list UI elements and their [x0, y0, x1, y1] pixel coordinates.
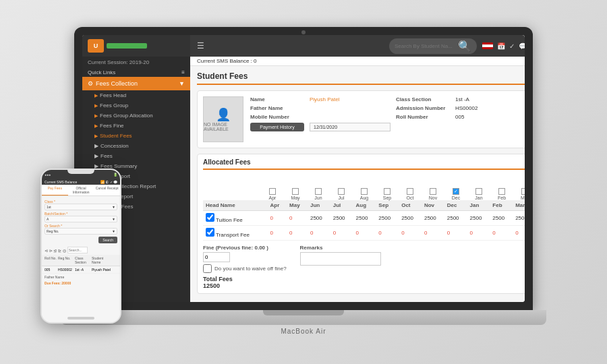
macbook-label: MacBook Air: [281, 328, 326, 335]
admission-value: HS00002: [455, 105, 509, 111]
col-jul: Jul: [330, 200, 353, 211]
sidebar-item-fees[interactable]: ▶ Fees: [82, 151, 190, 161]
sidebar-item-student-fees[interactable]: ▶ Student Fees: [82, 131, 190, 141]
sidebar-logo: U: [82, 35, 190, 57]
total-fees-label: Total Fees: [203, 276, 233, 282]
month-col-dec: ✓Dec: [445, 188, 467, 200]
col-nov: Nov: [422, 200, 444, 211]
fees-cell: 0: [467, 226, 490, 241]
arrow-icon: ▶: [94, 113, 98, 119]
sidebar-quick-links: Quick Links ≡: [82, 68, 190, 77]
person-icon: 👤: [216, 107, 231, 122]
search-input[interactable]: [395, 43, 455, 49]
col-may: May: [287, 200, 308, 211]
phone-form: Class * 1st ▼ Batch/Section * A ▼ Or Sea…: [42, 196, 120, 245]
month-col-may: May: [285, 188, 306, 200]
payment-history-button[interactable]: Payment History: [250, 123, 304, 131]
whatsapp-icon[interactable]: 💬: [519, 42, 525, 50]
phone-device: ●●● 🔋 Current SMS Balance 📶 🗓 ✓ 💬 Pay Fe…: [40, 169, 121, 324]
month-checkbox-jan[interactable]: [475, 188, 482, 195]
macbook-screen: U Current Session: 2019-20 Quick Links ≡…: [82, 35, 525, 302]
col-jun: Jun: [308, 200, 330, 211]
search-bar: 🔍: [389, 38, 477, 54]
calendar-icon[interactable]: 📅: [497, 42, 505, 50]
content-area: Student Fees 👤 NO IMAGE AVAILABLE Name P…: [190, 66, 525, 302]
admission-label: Admission Number: [396, 105, 450, 111]
fees-cell: 2500: [467, 211, 490, 226]
phone-top-icons: 📶 🗓 ✓ 💬: [100, 180, 117, 184]
phone-pagination: ⊲ ⊳ ⊴ ⊵ ◎: [42, 245, 120, 255]
sidebar-item-fees-group[interactable]: ▶ Fees Group: [82, 100, 190, 111]
fine-left: Fine (Previous fine: 0.00 ) Do you want …: [203, 245, 287, 273]
month-checkbox-jul[interactable]: [338, 188, 345, 195]
waive-checkbox[interactable]: [203, 264, 212, 273]
month-checkbox-jun[interactable]: [315, 188, 322, 195]
arrow-icon: ▶: [94, 93, 98, 98]
month-checkbox-nov[interactable]: [430, 188, 436, 195]
phone-time: 🔋: [113, 173, 117, 177]
sidebar-item-fees-head[interactable]: ▶ Fees Head: [82, 90, 190, 100]
col-oct: Oct: [399, 200, 422, 211]
sidebar-item-concession[interactable]: ▶ Concession: [82, 141, 190, 151]
fees-cell: 0: [268, 211, 287, 226]
phone-table-search[interactable]: [67, 247, 88, 253]
month-col-aug: Aug: [353, 188, 375, 200]
month-col-mar: Mar: [514, 188, 525, 200]
sidebar-item-fees-collection[interactable]: ⚙ Fees Collection ▼: [82, 77, 190, 90]
col-name: Student Name: [92, 256, 112, 264]
phone-class-input[interactable]: 1st ▼: [45, 204, 117, 210]
col-dec: Dec: [444, 200, 467, 211]
check-icon[interactable]: ✓: [509, 42, 515, 50]
phone-batch-input[interactable]: A ▼: [45, 216, 117, 222]
fees-cell: 0: [399, 226, 422, 241]
fees-collection-icon: ⚙: [88, 80, 93, 87]
phone-screen: ●●● 🔋 Current SMS Balance 📶 🗓 ✓ 💬 Pay Fe…: [42, 170, 120, 322]
fees-row-name: Tuition Fee: [203, 211, 268, 226]
month-checkbox-apr[interactable]: [269, 188, 276, 195]
fine-section: Fine (Previous fine: 0.00 ) Do you want …: [203, 245, 525, 273]
phone-search-button[interactable]: Search: [98, 237, 117, 243]
sidebar-item-fees-group-allocation[interactable]: ▶ Fees Group Allocation: [82, 111, 190, 121]
logo-green-bar: [107, 43, 147, 49]
month-checkbox-oct[interactable]: [407, 188, 413, 195]
phone-tab-cancel-receipt[interactable]: Cancel Receipt: [94, 185, 120, 195]
remarks-input[interactable]: [300, 252, 381, 266]
gear-icon-area: ⚙: [203, 174, 525, 187]
month-checkbox-sep[interactable]: [384, 188, 391, 195]
student-details: Name Piyush Patel Class Section 1st -A F…: [250, 96, 525, 142]
row-reg: HS00002: [58, 268, 75, 272]
remarks-right: Remarks: [300, 245, 381, 266]
hamburger-icon[interactable]: ☰: [197, 41, 204, 51]
father-name-value: [310, 105, 391, 111]
allocated-fees-section: Allocated Fees + ⚙: [197, 154, 525, 294]
month-checkbox-dec[interactable]: ✓: [453, 188, 459, 195]
phone-reg-input[interactable]: Reg No. ▼: [45, 228, 117, 235]
fine-input[interactable]: [203, 252, 230, 262]
month-checkbox-may[interactable]: [292, 188, 299, 195]
col-head-name: Head Name: [203, 200, 268, 211]
col-apr: Apr: [268, 200, 287, 211]
fees-cell: 0: [513, 226, 525, 241]
search-icon[interactable]: 🔍: [458, 40, 471, 53]
fees-cell: 2500: [444, 211, 467, 226]
sidebar-item-fees-fine[interactable]: ▶ Fees Fine: [82, 121, 190, 131]
fees-cell: 0: [308, 226, 330, 241]
phone-due-fees: Due Fees: 20000: [42, 280, 120, 286]
fees-cell: 0: [287, 211, 308, 226]
phone-tab-official-info[interactable]: Official Information: [68, 185, 94, 195]
month-checkbox-aug[interactable]: [361, 188, 368, 195]
phone-table-row[interactable]: 005 HS00002 1st -A Piyush Patel: [42, 266, 120, 274]
waive-row: Do you want to waive off fine?: [203, 264, 287, 273]
fees-cell: 2500: [330, 211, 353, 226]
remarks-label: Remarks: [300, 245, 381, 251]
sidebar-session: Current Session: 2019-20: [82, 57, 190, 68]
date-input[interactable]: 12/31/2020: [310, 123, 391, 131]
phone-tab-pay-fees[interactable]: Pay Fees: [42, 185, 68, 195]
month-checkbox-feb[interactable]: [498, 188, 505, 195]
month-checkbox-mar[interactable]: [521, 188, 525, 195]
fees-cell: 0: [444, 226, 467, 241]
name-value: Piyush Patel: [310, 96, 391, 102]
month-col-nov: Nov: [422, 188, 444, 200]
month-col-jun: Jun: [308, 188, 329, 200]
fees-cell: 2500: [399, 211, 422, 226]
